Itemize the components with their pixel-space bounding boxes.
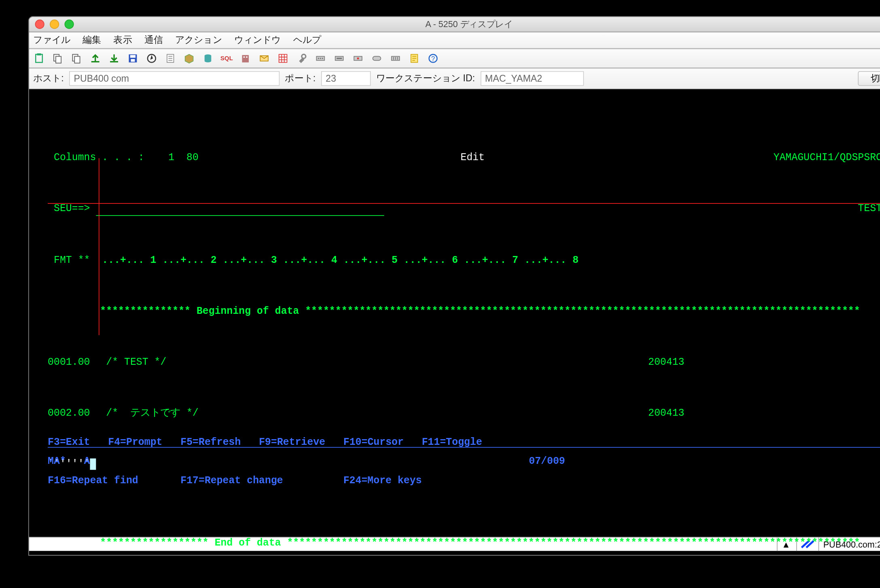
svg-rect-10 <box>131 59 135 62</box>
toolbar-keypad2-icon[interactable] <box>332 51 347 66</box>
svg-rect-18 <box>279 54 287 62</box>
svg-point-21 <box>318 58 319 59</box>
disconnect-button[interactable]: 切断 <box>858 71 880 86</box>
toolbar: SQL ? <box>29 49 880 68</box>
vertical-guide <box>99 158 99 335</box>
fkey-f16[interactable]: F16=Repeat find <box>48 475 138 486</box>
host-label: ホスト: <box>33 72 64 85</box>
toolbar-save-icon[interactable] <box>125 51 140 66</box>
window-controls <box>35 19 74 29</box>
zoom-window-button[interactable] <box>64 19 74 29</box>
format-ruler: FMT ** ...+... 1 ...+... 2 ...+... 3 ...… <box>48 254 880 267</box>
svg-rect-0 <box>36 54 42 62</box>
workstation-input[interactable] <box>480 71 584 86</box>
svg-point-27 <box>357 57 359 59</box>
status-divider <box>48 447 880 448</box>
menu-comm[interactable]: 通信 <box>144 34 163 47</box>
workstation-label: ワークステーション ID: <box>376 72 475 85</box>
columns-line: Columns . . . : 1 80EditYAMAGUCHI1/QDSPS… <box>48 152 880 164</box>
port-label: ポート: <box>285 72 315 85</box>
toolbar-grid-icon[interactable] <box>275 51 290 66</box>
svg-rect-16 <box>246 56 248 57</box>
svg-rect-15 <box>243 56 245 57</box>
toolbar-building-icon[interactable] <box>238 51 253 66</box>
svg-point-23 <box>322 58 323 59</box>
screen-title: Edit <box>461 152 485 164</box>
host-input[interactable] <box>69 71 279 86</box>
toolbar-controller-icon[interactable] <box>369 51 384 66</box>
toolbar-download-icon[interactable] <box>107 51 121 66</box>
connection-bar: ホスト: ポート: ワークステーション ID: 切断 <box>29 68 880 89</box>
svg-point-19 <box>302 54 306 58</box>
toolbar-upload-icon[interactable] <box>88 51 102 66</box>
menu-bar: ファイル 編集 表示 通信 アクション ウィンドウ ヘルプ <box>29 32 880 49</box>
toolbar-database-icon[interactable] <box>201 51 215 66</box>
end-data-line: ****************** End of data *********… <box>48 537 880 549</box>
fkey-f24[interactable]: F24=More keys <box>343 475 422 486</box>
toolbar-keypad1-icon[interactable] <box>313 51 328 66</box>
svg-point-22 <box>320 58 321 59</box>
seu-prompt-line: SEU==> TEST <box>48 203 880 216</box>
toolbar-mail-icon[interactable] <box>257 51 271 66</box>
svg-rect-28 <box>373 56 381 60</box>
svg-rect-1 <box>37 53 41 55</box>
menu-window[interactable]: ウィンドウ <box>234 34 281 47</box>
svg-rect-3 <box>56 56 61 63</box>
app-window: A - 5250 ディスプレイ ファイル 編集 表示 通信 アクション ウィンド… <box>28 16 880 556</box>
menu-action[interactable]: アクション <box>175 34 222 47</box>
port-input[interactable] <box>321 71 371 86</box>
member-name: TEST <box>858 203 880 215</box>
menu-help[interactable]: ヘルプ <box>293 34 322 47</box>
toolbar-paste-icon[interactable] <box>69 51 84 66</box>
close-window-button[interactable] <box>35 19 44 29</box>
svg-rect-7 <box>110 61 118 62</box>
fkey-f17[interactable]: F17=Repeat change <box>180 475 283 486</box>
terminal[interactable]: Columns . . . : 1 80EditYAMAGUCHI1/QDSPS… <box>29 89 880 537</box>
toolbar-document-icon[interactable] <box>163 51 178 66</box>
svg-rect-6 <box>91 61 99 62</box>
toolbar-compass-icon[interactable] <box>144 51 159 66</box>
title-bar: A - 5250 ディスプレイ <box>29 17 880 32</box>
svg-text:?: ? <box>431 55 435 63</box>
separator-line <box>48 203 880 204</box>
source-line-1[interactable]: 0001.00 /* TEST */200413 <box>48 356 880 368</box>
menu-view[interactable]: 表示 <box>113 34 132 47</box>
toolbar-keypad3-icon[interactable] <box>351 51 365 66</box>
toolbar-clipboard-icon[interactable] <box>32 51 46 66</box>
toolbar-note-icon[interactable] <box>407 51 421 66</box>
menu-file[interactable]: ファイル <box>33 34 71 47</box>
toolbar-copy-icon[interactable] <box>51 51 65 66</box>
toolbar-tool-icon[interactable] <box>294 51 309 66</box>
menu-edit[interactable]: 編集 <box>82 34 101 47</box>
toolbar-package-icon[interactable] <box>182 51 196 66</box>
svg-rect-5 <box>74 56 80 63</box>
toolbar-keypad4-icon[interactable] <box>388 51 403 66</box>
svg-rect-25 <box>336 58 342 59</box>
svg-rect-9 <box>130 55 135 58</box>
svg-rect-14 <box>242 55 249 62</box>
begin-data-line: *************** Beginning of data ******… <box>48 305 880 317</box>
status-line: MA* A07/009 <box>48 455 880 467</box>
minimize-window-button[interactable] <box>50 19 59 29</box>
lib-file: YAMAGUCHI1/QDSPSRC <box>774 152 880 164</box>
window-title: A - 5250 ディスプレイ <box>29 18 880 30</box>
toolbar-help-icon[interactable]: ? <box>426 51 440 66</box>
toolbar-sql-icon[interactable]: SQL <box>219 51 234 66</box>
cursor-position: 07/009 <box>529 455 565 467</box>
